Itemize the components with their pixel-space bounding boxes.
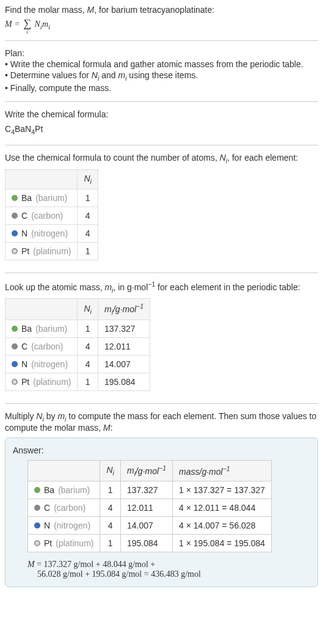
element-name: (barium) <box>35 193 67 203</box>
mi-value: 195.084 <box>120 535 172 552</box>
element-symbol: N <box>44 521 50 530</box>
ni-value: 4 <box>100 517 120 535</box>
element-name: (carbon) <box>54 503 85 513</box>
plan-item: • Write the chemical formula and gather … <box>5 59 318 69</box>
table-row: Ba (barium) 1 <box>5 189 98 207</box>
mi-value: 195.084 <box>98 373 150 390</box>
ni-value: 4 <box>78 207 98 224</box>
table-row: C (carbon) 4 <box>5 207 98 224</box>
element-symbol: C <box>21 211 27 221</box>
table-row: N (nitrogen) 4 14.007 <box>5 355 150 373</box>
element-dot-icon <box>34 505 40 511</box>
element-symbol: N <box>21 229 27 238</box>
element-dot-icon <box>12 379 18 385</box>
intro-text: Find the molar mass, M, for barium tetra… <box>5 5 318 15</box>
atom-count-table: Ni Ba (barium) 1 C (carbon) 4 N (nitroge… <box>5 169 98 260</box>
answer-header: Answer: <box>13 445 310 455</box>
mi-value: 137.327 <box>120 481 172 499</box>
table-row: C (carbon) 4 12.011 <box>5 337 150 355</box>
ni-value: 4 <box>78 337 98 355</box>
table-header-mi: mi/g·mol−1 <box>120 460 172 481</box>
element-symbol: C <box>44 503 50 513</box>
mi-value: 12.011 <box>120 499 172 517</box>
element-symbol: Ba <box>44 485 54 495</box>
total-formula: M = 137.327 g/mol + 48.044 g/mol + 56.02… <box>27 560 310 579</box>
table-row: Pt (platinum) 1 195.084 1 × 195.084 = 19… <box>28 535 272 552</box>
ni-value: 1 <box>78 189 98 207</box>
ni-value: 1 <box>100 481 120 499</box>
element-dot-icon <box>12 343 18 349</box>
element-symbol: N <box>21 359 27 369</box>
element-symbol: Ba <box>21 193 32 203</box>
element-dot-icon <box>12 230 18 236</box>
table-header-empty <box>28 460 100 481</box>
element-dot-icon <box>12 248 18 254</box>
ni-value: 4 <box>100 499 120 517</box>
mi-value: 14.007 <box>98 355 150 373</box>
table-header-empty <box>5 299 78 320</box>
ni-value: 1 <box>78 320 98 337</box>
mi-value: 137.327 <box>98 320 150 337</box>
molar-mass-formula: M = ∑ i Nimi <box>5 17 318 31</box>
table-row: N (nitrogen) 4 14.007 4 × 14.007 = 56.02… <box>28 517 272 535</box>
element-name: (platinum) <box>33 377 71 387</box>
ni-value: 1 <box>78 373 98 390</box>
element-name: (carbon) <box>31 211 63 221</box>
atom-count-desc: Use the chemical formula to count the nu… <box>5 153 318 164</box>
mass-value: 1 × 137.327 = 137.327 <box>173 481 272 499</box>
element-name: (platinum) <box>56 538 93 548</box>
chemical-formula-header: Write the chemical formula: <box>5 109 318 119</box>
table-header-mi: mi/g·mol−1 <box>98 299 150 320</box>
mi-value: 12.011 <box>98 337 150 355</box>
table-header-mass: mass/g·mol−1 <box>173 460 272 481</box>
element-name: (platinum) <box>33 246 71 256</box>
table-row: N (nitrogen) 4 <box>5 224 98 242</box>
mi-value: 14.007 <box>120 517 172 535</box>
table-row: Ba (barium) 1 137.327 <box>5 320 150 337</box>
element-dot-icon <box>12 213 18 219</box>
table-row: Ba (barium) 1 137.327 1 × 137.327 = 137.… <box>28 481 272 499</box>
ni-value: 4 <box>78 224 98 242</box>
answer-table: Ni mi/g·mol−1 mass/g·mol−1 Ba (barium) 1… <box>27 460 272 552</box>
plan-section: Plan: • Write the chemical formula and g… <box>5 48 318 102</box>
table-header-ni: Ni <box>78 299 98 320</box>
element-symbol: Pt <box>21 377 29 387</box>
plan-header: Plan: <box>5 48 318 58</box>
chemical-formula: C4BaN4Pt <box>5 124 318 136</box>
mass-value: 4 × 14.007 = 56.028 <box>173 517 272 535</box>
table-row: Pt (platinum) 1 195.084 <box>5 373 150 390</box>
element-dot-icon <box>12 361 18 367</box>
element-dot-icon <box>34 522 40 529</box>
table-row: Pt (platinum) 1 <box>5 242 98 260</box>
answer-section: Multiply Ni by mi to compute the mass fo… <box>5 411 318 587</box>
table-row: C (carbon) 4 12.011 4 × 12.011 = 48.044 <box>28 499 272 517</box>
table-header-ni: Ni <box>100 460 120 481</box>
chemical-formula-section: Write the chemical formula: C4BaN4Pt <box>5 109 318 146</box>
element-dot-icon <box>12 326 18 332</box>
atom-count-section: Use the chemical formula to count the nu… <box>5 153 318 273</box>
atomic-mass-section: Look up the atomic mass, mi, in g·mol−1 … <box>5 280 318 404</box>
element-symbol: C <box>21 342 27 351</box>
element-symbol: Ba <box>21 324 32 334</box>
mass-value: 4 × 12.011 = 48.044 <box>173 499 272 517</box>
element-name: (nitrogen) <box>31 359 68 369</box>
element-name: (barium) <box>35 324 67 334</box>
element-name: (nitrogen) <box>31 229 68 238</box>
answer-box: Answer: Ni mi/g·mol−1 mass/g·mol−1 Ba (b… <box>5 437 318 587</box>
element-symbol: Pt <box>44 538 52 548</box>
table-header-ni: Ni <box>78 170 98 189</box>
element-symbol: Pt <box>21 246 29 256</box>
atomic-mass-table: Ni mi/g·mol−1 Ba (barium) 1 137.327 C (c… <box>5 298 150 390</box>
element-name: (nitrogen) <box>54 521 90 530</box>
plan-item: • Finally, compute the mass. <box>5 83 318 93</box>
ni-value: 1 <box>78 242 98 260</box>
element-dot-icon <box>34 487 40 493</box>
table-header-empty <box>5 170 78 189</box>
element-dot-icon <box>34 540 40 546</box>
element-dot-icon <box>12 195 18 201</box>
mass-value: 1 × 195.084 = 195.084 <box>173 535 272 552</box>
plan-item: • Determine values for Ni and mi using t… <box>5 70 318 82</box>
atomic-mass-desc: Look up the atomic mass, mi, in g·mol−1 … <box>5 280 318 293</box>
answer-desc: Multiply Ni by mi to compute the mass fo… <box>5 411 318 433</box>
ni-value: 1 <box>100 535 120 552</box>
